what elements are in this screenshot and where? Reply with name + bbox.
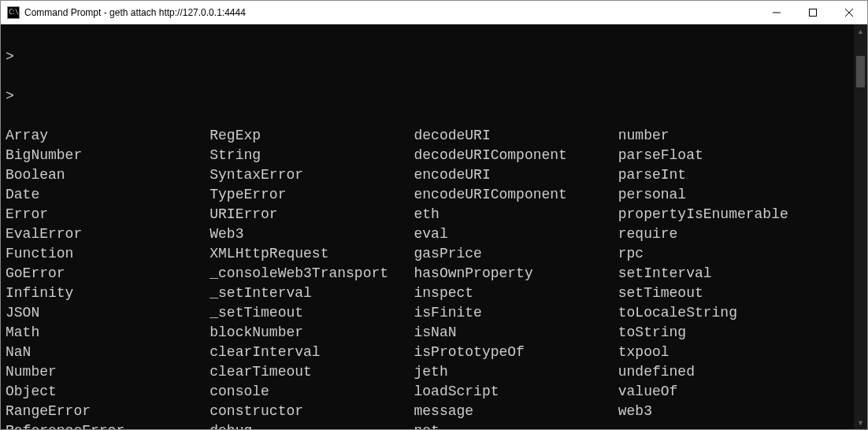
maximize-icon — [809, 9, 817, 17]
completion-columns: Array RegExp decodeURI number BigNumber … — [6, 126, 849, 429]
window-controls — [759, 1, 867, 24]
prompt-line: > — [6, 47, 849, 67]
minimize-button[interactable] — [759, 1, 795, 24]
svg-rect-1 — [810, 9, 817, 16]
close-icon — [845, 9, 853, 17]
prompt-line: > — [6, 87, 849, 106]
scrollbar[interactable]: ▲ ▼ — [854, 24, 867, 429]
scroll-up-arrow[interactable]: ▲ — [854, 24, 867, 38]
maximize-button[interactable] — [795, 1, 831, 24]
window-title: Command Prompt - geth attach http://127.… — [24, 7, 759, 18]
close-button[interactable] — [831, 1, 867, 24]
minimize-icon — [773, 9, 781, 17]
scroll-thumb[interactable] — [856, 56, 865, 87]
terminal-output[interactable]: > > Array RegExp decodeURI number BigNum… — [1, 24, 854, 429]
completion-list: Array RegExp decodeURI number BigNumber … — [6, 126, 788, 429]
terminal-area: > > Array RegExp decodeURI number BigNum… — [1, 24, 867, 429]
scroll-down-arrow[interactable]: ▼ — [854, 416, 867, 429]
window-titlebar: C:\ Command Prompt - geth attach http://… — [1, 1, 867, 24]
cmd-icon: C:\ — [7, 6, 20, 19]
